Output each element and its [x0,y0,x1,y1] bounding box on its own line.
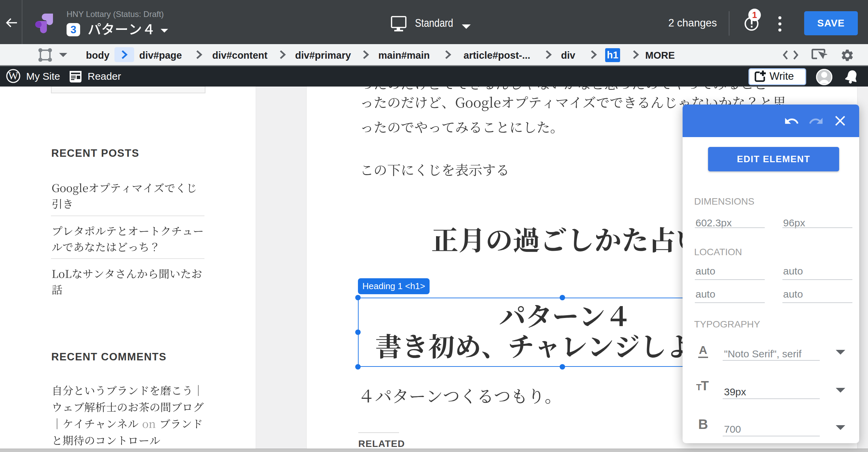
svg-text:1: 1 [752,10,757,20]
svg-text:T: T [701,380,709,392]
svg-text:W: W [8,70,18,82]
